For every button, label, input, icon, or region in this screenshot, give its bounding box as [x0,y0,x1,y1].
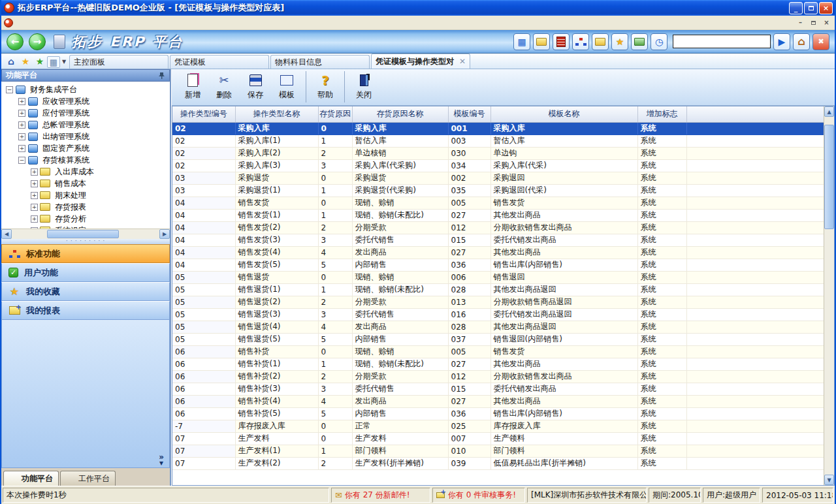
tree-item[interactable]: 财务集成平台 [1,84,159,95]
tree-expander-icon[interactable] [31,215,38,223]
grid-row[interactable]: 06 销售补货(1) 1 现销、赊销(未配比) 027 其他发出商品 系统 [172,358,824,370]
grid-row[interactable]: 02 采购入库 0 采购入库 001 采购入库 系统 [172,122,824,134]
tree-item[interactable]: 应收管理系统 [1,95,159,107]
toolbar-button[interactable]: 删除 [208,71,240,102]
grid-row[interactable]: 04 销售发货(3) 3 委托代销售 015 委托代销发出商品 系统 [172,234,824,246]
scroll-thumb[interactable] [824,125,834,229]
sidebar-group-button[interactable]: 我的报表 [1,301,170,320]
grid-row[interactable]: 07 生产发料(2) 2 生产发料(折半摊销) 039 低值易耗品出库(折半摊销… [172,457,824,469]
window-list-icon[interactable]: ▦ [47,56,60,68]
tree-expander-icon[interactable] [18,157,25,164]
quick-search-input[interactable] [673,35,771,48]
grid-row[interactable]: 04 销售发货(4) 4 发出商品 027 其他发出商品 系统 [172,246,824,259]
tree-item[interactable]: 存货报表 [1,201,159,213]
grid-row[interactable]: 05 销售退货(3) 3 委托代销售 016 委托代销发出商品退回 系统 [172,308,824,321]
nav-icon-button[interactable] [572,33,589,50]
sidebar-bottom-tab[interactable]: 功能平台 [3,471,59,486]
sidebar-group-button[interactable]: 标准功能 [1,244,170,263]
menu-item[interactable] [28,22,40,24]
tree-expander-icon[interactable] [31,192,38,199]
grid-row[interactable]: 05 销售退货(4) 4 发出商品 028 其他发出商品退回 系统 [172,321,824,333]
grid-row[interactable]: 06 销售补货(4) 4 发出商品 027 其他发出商品 系统 [172,395,824,407]
tree-expander-icon[interactable] [18,121,25,129]
grid-row[interactable]: 03 采购退货 0 采购退货 002 采购退回 系统 [172,172,824,184]
scroll-down-arrow[interactable]: ▼ [824,475,834,485]
tree-item[interactable]: 总帐管理系统 [1,119,159,131]
toolbar-button[interactable]: 关闭 [344,71,379,102]
grid-row[interactable]: 05 销售退货 0 现销、赊销 006 销售退回 系统 [172,271,824,283]
menu-item[interactable] [52,22,63,24]
scroll-thumb[interactable] [47,230,119,238]
toolbar-button[interactable]: 帮助 [306,71,341,102]
minimize-button[interactable]: _ [789,2,803,14]
mdi-restore-button[interactable] [808,18,819,27]
tree-expander-icon[interactable] [31,204,38,211]
document-tab[interactable]: 物料科目信息 ✕ [270,55,370,69]
grid-row[interactable]: 02 采购入库(2) 2 单边核销 030 单边钩 系统 [172,147,824,159]
nav-icon-button[interactable] [533,33,550,50]
column-header[interactable]: 存货原因名称 [352,106,448,122]
nav-action-button[interactable] [793,33,810,50]
overflow-chevron-icon[interactable]: »▾ [159,454,164,466]
tree-item[interactable]: 存货核算系统 [1,154,159,166]
grid-row[interactable]: 03 采购退货(1) 1 采购退货(代采购) 035 采购退回(代采) 系统 [172,184,824,197]
grid-row[interactable]: 06 销售补货(3) 3 委托代销售 015 委托代销发出商品 系统 [172,383,824,395]
grid-row[interactable]: 04 销售发货(2) 2 分期受款 012 分期收款销售发出商品 系统 [172,221,824,234]
tree-item[interactable]: 出纳管理系统 [1,131,159,142]
home-icon[interactable]: ⌂ [4,55,18,68]
toolbar-button[interactable]: 新增 [177,71,208,102]
grid-row[interactable]: 06 销售补货(2) 2 分期受款 012 分期收款销售发出商品 系统 [172,370,824,383]
grid-row[interactable]: 04 销售发货(5) 5 内部销售 036 销售出库(内部销售) 系统 [172,259,824,271]
tree-expander-icon[interactable] [31,168,38,176]
tree-item[interactable]: 销售成本 [1,178,159,189]
nav-action-button[interactable] [812,33,829,50]
tree-expander-icon[interactable] [6,86,13,93]
tree-expander-icon[interactable] [18,110,25,117]
nav-action-button[interactable] [773,33,790,50]
grid-vertical-scrollbar[interactable]: ▲ ▼ [824,106,834,485]
grid-row[interactable]: 07 生产发料(1) 1 部门领料 010 部门领料 系统 [172,445,824,457]
document-tab[interactable]: 凭证模板与操作类型对 ✕ [371,54,470,69]
status-audit[interactable]: 你有 0 件审核事务! [432,488,525,503]
back-button[interactable]: ← [7,33,24,50]
add-favorite-icon[interactable]: ★ [33,55,47,68]
document-tab[interactable]: 主控面板 ✕ [69,55,169,69]
column-header[interactable]: 模板编号 [448,106,490,122]
column-header[interactable]: 操作类型名称 [235,106,318,122]
nav-icon-button[interactable] [513,33,530,50]
sidebar-splitter[interactable] [1,239,170,244]
tree-horizontal-scrollbar[interactable]: ◀ ▶ [1,228,170,239]
menu-item[interactable] [40,22,52,24]
grid-row[interactable]: -7 库存报废入库 0 正常 025 库存报废入库 系统 [172,420,824,432]
tab-close-icon[interactable]: ✕ [457,57,466,66]
tab-dropdown-icon[interactable]: ▼ [60,55,68,68]
tree-item[interactable]: 入出库成本 [1,166,159,178]
scroll-left-arrow[interactable]: ◀ [1,229,12,239]
tree-expander-icon[interactable] [31,180,38,187]
tree-item[interactable]: 固定资产系统 [1,142,159,154]
nav-icon-button[interactable] [592,33,609,50]
forward-button[interactable]: → [29,33,46,50]
tree-item[interactable]: 期末处理 [1,189,159,201]
mdi-minimize-button[interactable]: – [795,18,806,27]
column-header[interactable]: 模板名称 [490,106,637,122]
close-button[interactable]: × [819,2,833,14]
column-header[interactable]: 操作类型编号 [172,106,235,122]
tree-expander-icon[interactable] [18,145,25,152]
document-tab[interactable]: 凭证模板 ✕ [170,55,269,69]
favorite-star-icon[interactable]: ★ [18,55,33,68]
nav-icon-button[interactable] [631,33,648,50]
grid-row[interactable]: 06 销售补货 0 现销、赊销 005 销售发货 系统 [172,345,824,358]
nav-icon-button[interactable] [611,33,628,50]
sidebar-group-button[interactable]: 用户功能 [1,263,170,282]
toolbar-button[interactable]: 模板 [271,71,302,102]
sidebar-bottom-tab[interactable]: 工作平台 [60,471,116,486]
scroll-up-arrow[interactable]: ▲ [824,106,834,117]
scroll-right-arrow[interactable]: ▶ [159,229,170,239]
tree-item[interactable]: 存货分析 [1,213,159,225]
toolbar-button[interactable]: 保存 [240,71,271,102]
tree-expander-icon[interactable] [18,98,25,105]
grid-row[interactable]: 06 销售补货(5) 5 内部销售 036 销售出库(内部销售) 系统 [172,407,824,420]
grid-row[interactable]: 02 采购入库(3) 3 采购入库(代采购) 034 采购入库(代采) 系统 [172,159,824,172]
menu-item[interactable] [16,22,28,24]
